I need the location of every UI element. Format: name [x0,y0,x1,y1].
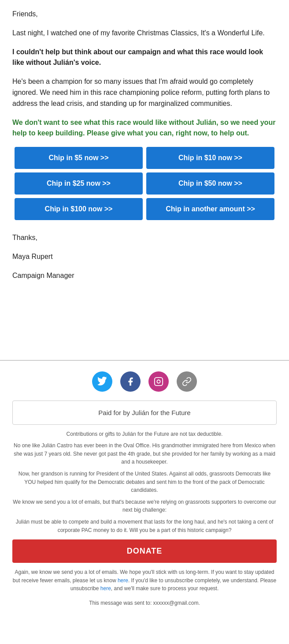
closing: Thanks, [12,232,277,243]
para2: I couldn't help but think about our camp… [12,47,277,69]
paid-for-box: Paid for by Julián for the Future [12,401,277,425]
manage-preferences-text: Again, we know we send you a lot of emai… [0,568,289,597]
greeting: Friends, [12,9,277,20]
facebook-icon[interactable] [120,371,141,392]
chip-in-100-button[interactable]: Chip in $100 now >> [15,198,143,220]
para1: Last night, I watched one of my favorite… [12,28,277,39]
disclaimer4: We know we send you a lot of emails, but… [0,498,289,514]
sender-title: Campaign Manager [12,270,277,281]
sender-name: Maya Rupert [12,251,277,262]
disclaimer1: Contributions or gifts to Julián for the… [0,430,289,438]
sent-to-text: This message was sent to: xxxxxx@gmail.c… [0,597,289,615]
social-icons-row [0,361,289,401]
chip-in-50-button[interactable]: Chip in $50 now >> [146,172,274,195]
disclaimer2: No one like Julián Castro has ever been … [0,442,289,466]
para3: He's been a champion for so many issues … [12,76,277,109]
chip-in-25-button[interactable]: Chip in $25 now >> [15,172,143,195]
here-link-2[interactable]: here [100,585,111,592]
donation-buttons: Chip in $5 now >> Chip in $10 now >> Chi… [15,147,274,220]
disclaimer3: Now, her grandson is running for Preside… [0,470,289,494]
chip-in-5-button[interactable]: Chip in $5 now >> [15,147,143,169]
svg-rect-0 [155,377,163,385]
disclaimer5: Julián must be able to compete and build… [0,518,289,534]
donate-button[interactable]: DONATE [12,539,277,563]
chip-in-10-button[interactable]: Chip in $10 now >> [146,147,274,169]
footer: Paid for by Julián for the Future Contri… [0,360,289,615]
email-body: Friends, Last night, I watched one of my… [0,0,289,360]
link-icon[interactable] [177,371,197,392]
twitter-icon[interactable] [92,371,112,392]
instagram-icon[interactable] [148,371,169,392]
chip-in-other-button[interactable]: Chip in another amount >> [146,198,274,220]
here-link-1[interactable]: here [118,577,128,584]
para4: We don't want to see what this race woul… [12,117,277,139]
paid-for-text: Paid for by Julián for the Future [98,409,190,416]
